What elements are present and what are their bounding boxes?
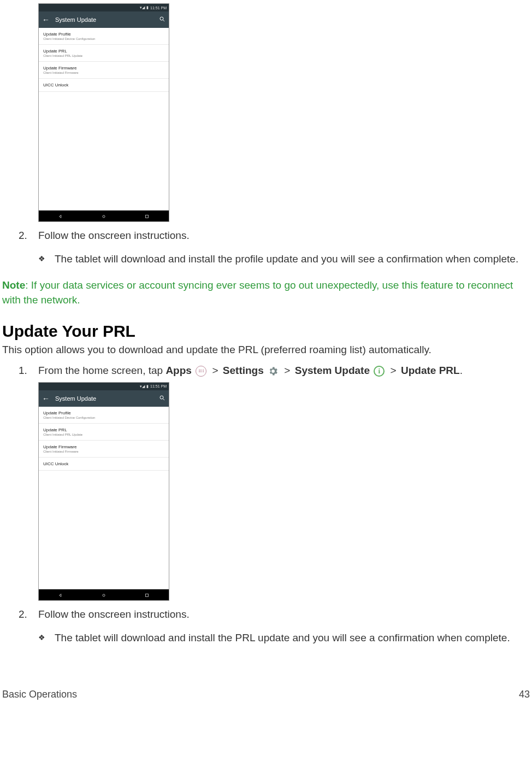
list-item: Update Profile Client Initiated Device C… [39,407,169,424]
svg-point-4 [160,396,163,399]
back-arrow-icon: ← [42,394,50,403]
apps-icon [196,366,206,377]
list-item: Update Firmware Client Initiated Firmwar… [39,441,169,458]
list-item: Update Profile Client Initiated Device C… [39,28,169,45]
back-arrow-icon: ← [42,15,50,24]
prl-description: This option allows you to download and u… [2,344,530,356]
bullet-sec1: ❖ The tablet will download and install t… [38,251,530,267]
app-title-bar: ← System Update [39,390,169,407]
search-icon [159,395,165,402]
footer-section: Basic Operations [2,689,77,700]
settings-list: Update Profile Client Initiated Device C… [39,407,169,589]
svg-rect-3 [146,215,149,218]
android-nav-bar [39,589,169,600]
wifi-icon: ▾◢ [140,5,145,10]
status-time: 11:51 PM [150,6,167,10]
step-2-sec2: 2. Follow the onscreen instructions. [19,608,530,620]
svg-point-6 [103,594,105,596]
nav-back-icon [58,589,63,601]
note-text: Note: If your data services or account s… [2,278,530,308]
list-item: Update PRL Client Initiated PRL Update [39,45,169,62]
screenshot-system-update-1: ▾◢ ▮ 11:51 PM ← System Update Update Pro… [38,3,169,222]
search-icon [159,16,165,24]
step-2-sec1: 2. Follow the onscreen instructions. [19,230,530,242]
step-1-sec2: 1. From the home screen, tap Apps > Sett… [19,365,530,377]
info-icon: i [374,366,385,377]
settings-list: Update Profile Client Initiated Device C… [39,28,169,210]
battery-icon: ▮ [146,5,149,10]
bullet-sec2: ❖ The tablet will download and install t… [38,630,530,646]
app-title: System Update [55,395,153,402]
diamond-bullet-icon: ❖ [38,630,55,646]
list-item: UICC Unlock [39,79,169,92]
svg-line-1 [163,20,165,22]
svg-point-2 [103,215,105,218]
page-footer: Basic Operations 43 [2,689,530,700]
android-nav-bar [39,210,169,221]
nav-back-icon [58,210,63,222]
nav-home-icon [101,589,107,601]
list-item: UICC Unlock [39,458,169,471]
status-time: 11:51 PM [150,384,167,388]
svg-point-0 [160,17,163,20]
nav-recent-icon [144,210,150,222]
svg-rect-7 [146,594,149,596]
app-title: System Update [55,16,153,23]
settings-gear-icon [268,366,279,377]
status-bar: ▾◢ ▮ 11:51 PM [39,4,169,11]
list-item: Update Firmware Client Initiated Firmwar… [39,62,169,79]
footer-page-number: 43 [519,689,530,700]
status-bar: ▾◢ ▮ 11:51 PM [39,383,169,390]
heading-update-your-prl: Update Your PRL [2,322,530,341]
screenshot-system-update-2: ▾◢ ▮ 11:51 PM ← System Update Update Pro… [38,382,169,601]
svg-line-5 [163,399,165,400]
battery-icon: ▮ [146,384,149,389]
list-item: Update PRL Client Initiated PRL Update [39,424,169,441]
nav-home-icon [101,210,107,222]
nav-recent-icon [144,589,150,601]
app-title-bar: ← System Update [39,11,169,28]
wifi-icon: ▾◢ [140,384,145,389]
diamond-bullet-icon: ❖ [38,251,55,267]
